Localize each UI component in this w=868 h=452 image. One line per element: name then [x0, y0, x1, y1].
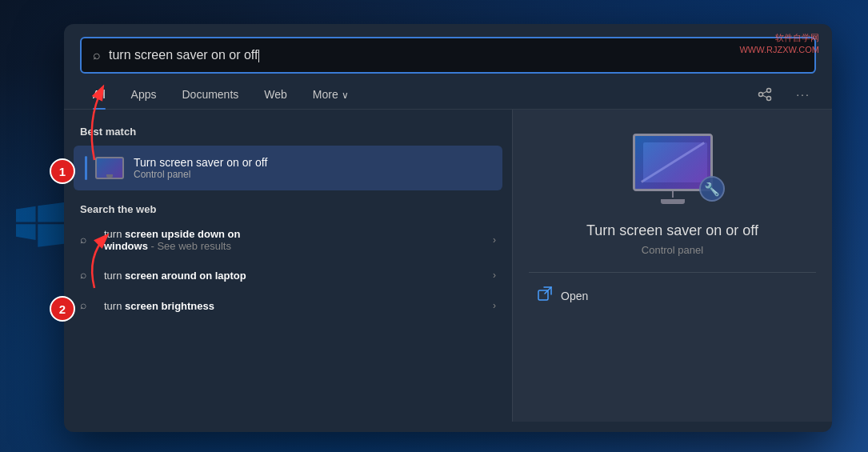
- best-match-item[interactable]: Turn screen saver on or off Control pane…: [74, 146, 502, 190]
- search-icon: ⌕: [93, 48, 101, 62]
- svg-point-1: [767, 97, 771, 101]
- chevron-right-icon-2: ›: [493, 270, 496, 281]
- svg-line-5: [641, 143, 703, 182]
- best-match-subtitle: Control panel: [134, 169, 267, 180]
- search-input[interactable]: turn screen saver on or off: [109, 48, 803, 62]
- monitor-base: [661, 199, 685, 204]
- best-match-text: Turn screen saver on or off Control pane…: [134, 156, 267, 180]
- svg-point-0: [767, 89, 771, 93]
- web-search-text-2: turn screen around on laptop: [104, 270, 493, 282]
- monitor-small-icon: [95, 157, 124, 179]
- left-panel: Best match Turn screen saver on or off C…: [64, 110, 512, 422]
- chevron-right-icon-1: ›: [493, 234, 496, 246]
- web-search-text-1: turn screen upside down onwindows - See …: [104, 228, 493, 252]
- svg-line-3: [762, 91, 766, 94]
- annotation-circle-2: 2: [50, 296, 75, 322]
- item-indicator: [85, 156, 87, 180]
- web-search-item-3[interactable]: ⌕ turn screen brightness ›: [64, 290, 512, 321]
- web-search-item-1[interactable]: ⌕ turn screen upside down onwindows - Se…: [64, 220, 512, 260]
- search-web-label: Search the web: [64, 194, 512, 220]
- search-popup: 软件自学网 WWW.RJZXW.COM ⌕ turn screen saver …: [64, 24, 832, 432]
- wrench-overlay-icon: 🔧: [699, 176, 725, 202]
- svg-line-4: [762, 95, 766, 98]
- chevron-down-icon: ∨: [342, 90, 349, 101]
- chevron-right-icon-3: ›: [493, 300, 496, 311]
- open-button[interactable]: Open: [529, 286, 588, 306]
- tabs-row: All Apps Documents Web More ∨ ···: [64, 80, 832, 110]
- search-bar[interactable]: ⌕ turn screen saver on or off: [80, 37, 816, 74]
- web-search-icon-1: ⌕: [80, 233, 94, 247]
- svg-point-2: [759, 93, 763, 97]
- web-search-icon-2: ⌕: [80, 268, 94, 282]
- right-panel-subtitle: Control panel: [642, 244, 703, 256]
- web-search-text-3: turn screen brightness: [104, 300, 493, 312]
- best-match-title: Turn screen saver on or off: [134, 156, 267, 169]
- right-icon-area: 🔧: [625, 134, 721, 210]
- web-search-icon-3: ⌕: [80, 298, 94, 313]
- tab-web[interactable]: Web: [251, 80, 300, 109]
- more-options-button[interactable]: ···: [790, 82, 816, 107]
- best-match-app-icon: [95, 154, 124, 182]
- open-label: Open: [561, 290, 588, 302]
- open-external-icon: [537, 286, 553, 306]
- monitor-stand: [672, 191, 674, 198]
- best-match-label: Best match: [64, 119, 512, 142]
- annotation-circle-1: 1: [50, 158, 75, 184]
- watermark: 软件自学网 WWW.RJZXW.COM: [739, 32, 819, 57]
- web-search-item-2[interactable]: ⌕ turn screen around on laptop ›: [64, 260, 512, 290]
- text-cursor: [258, 50, 259, 62]
- tab-all[interactable]: All: [80, 80, 118, 109]
- tab-more[interactable]: More ∨: [300, 80, 362, 109]
- windows-logo: [16, 202, 64, 250]
- share-icon-button[interactable]: [752, 82, 778, 107]
- right-panel-divider: [529, 272, 816, 273]
- tabs-right-actions: ···: [752, 82, 816, 107]
- main-content: Best match Turn screen saver on or off C…: [64, 110, 832, 422]
- tab-documents[interactable]: Documents: [169, 80, 251, 109]
- tab-apps[interactable]: Apps: [118, 80, 170, 109]
- monitor-illustration: 🔧: [625, 134, 721, 210]
- right-panel-title: Turn screen saver on or off: [586, 222, 758, 239]
- right-panel: 🔧 Turn screen saver on or off Control pa…: [512, 110, 832, 422]
